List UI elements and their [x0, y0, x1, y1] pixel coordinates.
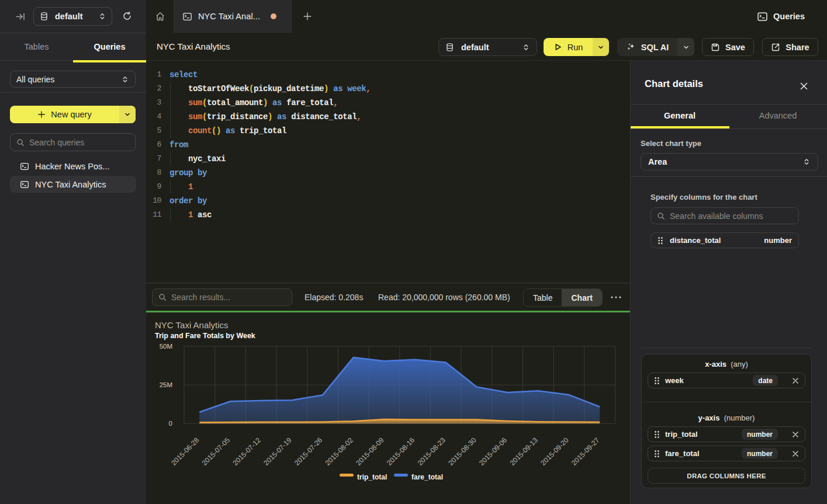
svg-text:25M: 25M	[160, 381, 172, 388]
svg-text:2015-07-12: 2015-07-12	[231, 436, 263, 467]
svg-text:trip_total: trip_total	[357, 473, 387, 481]
svg-text:2015-09-13: 2015-09-13	[508, 436, 540, 467]
svg-text:2015-07-26: 2015-07-26	[293, 436, 324, 467]
svg-text:2015-08-09: 2015-08-09	[354, 436, 386, 467]
svg-text:2015-07-19: 2015-07-19	[262, 436, 293, 467]
svg-text:2015-08-23: 2015-08-23	[416, 436, 448, 467]
svg-text:2015-09-27: 2015-09-27	[570, 436, 601, 467]
svg-text:2015-08-16: 2015-08-16	[385, 436, 417, 467]
svg-text:2015-08-30: 2015-08-30	[447, 436, 478, 467]
svg-text:2015-09-20: 2015-09-20	[539, 436, 570, 467]
svg-text:2015-06-28: 2015-06-28	[169, 436, 201, 467]
svg-text:2015-08-02: 2015-08-02	[324, 436, 355, 467]
svg-text:fare_total: fare_total	[411, 473, 443, 481]
svg-text:2015-09-06: 2015-09-06	[477, 436, 509, 467]
svg-text:50M: 50M	[160, 343, 172, 350]
svg-text:2015-07-05: 2015-07-05	[200, 436, 232, 467]
svg-text:0: 0	[169, 420, 172, 427]
